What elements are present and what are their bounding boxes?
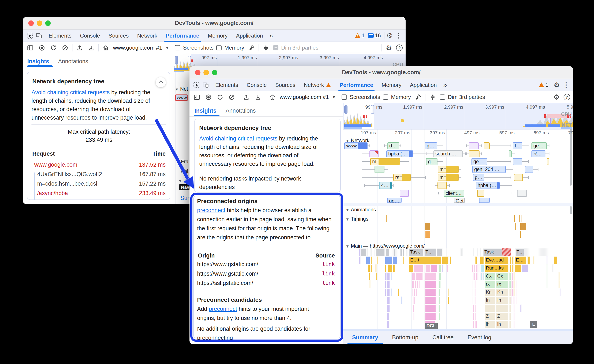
tab-application[interactable]: Application: [406, 79, 441, 91]
target-page-select[interactable]: www.google.com #1▼: [280, 94, 336, 100]
flame-block[interactable]: [413, 305, 414, 312]
flame-block[interactable]: [450, 256, 451, 264]
request-row[interactable]: m=cdos,hsm...bee,d,csi157.22 ms: [27, 181, 171, 188]
flame-block[interactable]: [439, 265, 441, 272]
kebab-menu-icon[interactable]: ⋮: [562, 81, 571, 89]
home-icon[interactable]: [101, 43, 110, 52]
flame-block[interactable]: [560, 288, 561, 296]
flame-block[interactable]: Eve…ad: [485, 256, 508, 264]
more-tabs-button[interactable]: »: [441, 81, 449, 89]
overview-drag-handle[interactable]: [344, 105, 347, 114]
preconnect-link[interactable]: preconnect: [197, 207, 225, 214]
flame-block[interactable]: [371, 256, 372, 264]
flame-block[interactable]: [473, 312, 474, 320]
flame-block[interactable]: [559, 280, 560, 288]
record-icon[interactable]: [37, 43, 46, 52]
network-request-box[interactable]: ge…: [532, 142, 547, 149]
flame-block[interactable]: [401, 297, 402, 304]
flame-block[interactable]: [393, 265, 395, 272]
flame-block[interactable]: [509, 273, 511, 280]
flame-block[interactable]: [414, 265, 423, 272]
flame-block[interactable]: [475, 305, 476, 312]
network-request-box[interactable]: g…: [426, 158, 438, 165]
flame-block[interactable]: [425, 273, 436, 280]
overview-drag-handle[interactable]: [175, 56, 178, 65]
flame-block[interactable]: [439, 273, 441, 280]
network-track-label[interactable]: ▼Net: [175, 86, 188, 92]
network-request-box[interactable]: [525, 166, 533, 173]
flame-block[interactable]: [387, 312, 389, 320]
flame-block[interactable]: Z: [485, 312, 495, 320]
tab-annotations[interactable]: Annotations: [226, 108, 256, 114]
flame-block[interactable]: [368, 265, 370, 272]
bottom-tab-event-log[interactable]: Event log: [466, 331, 493, 344]
flame-block[interactable]: [474, 265, 475, 272]
gc-brush-icon[interactable]: [247, 43, 256, 52]
request-row[interactable]: www.google.com137.52 ms: [27, 162, 171, 169]
memory-checkbox[interactable]: [383, 94, 388, 100]
flame-block[interactable]: [439, 305, 440, 312]
tab-network[interactable]: Network: [133, 30, 161, 42]
timing-bar[interactable]: [520, 215, 520, 222]
flame-block[interactable]: [417, 280, 418, 288]
network-request-box[interactable]: rs=…: [393, 174, 411, 181]
bottom-tab-call-tree[interactable]: Call tree: [431, 331, 455, 344]
tab-annotations[interactable]: Annotations: [58, 58, 88, 65]
flame-block[interactable]: [512, 280, 513, 288]
timing-bar[interactable]: [425, 223, 430, 230]
inspect-icon[interactable]: [192, 81, 201, 89]
flame-block[interactable]: [409, 265, 413, 272]
flame-block[interactable]: [412, 280, 414, 288]
flame-block[interactable]: [552, 265, 554, 272]
tab-sources[interactable]: Sources: [271, 79, 299, 91]
dim-3rd-parties-checkbox[interactable]: [440, 94, 445, 100]
animations-track-header[interactable]: ▼Animations: [346, 207, 376, 213]
flame-block[interactable]: In: [485, 297, 495, 304]
request-row[interactable]: /async/hpba233.49 ms: [27, 190, 171, 197]
device-toolbar-icon[interactable]: [201, 81, 210, 89]
flame-block[interactable]: Cx: [485, 273, 495, 280]
flame-block[interactable]: [391, 273, 392, 280]
home-icon[interactable]: [268, 93, 277, 102]
flame-block[interactable]: E…t: [409, 256, 441, 264]
network-request-box[interactable]: l…: [513, 142, 522, 149]
flame-block[interactable]: [412, 297, 414, 304]
flame-block[interactable]: [387, 280, 390, 288]
network-request-box[interactable]: [513, 158, 522, 165]
network-request-box[interactable]: [400, 190, 409, 197]
flame-block[interactable]: [439, 288, 440, 296]
timing-bar[interactable]: [520, 223, 526, 230]
preconnect-link[interactable]: preconnect: [209, 306, 237, 312]
tab-elements[interactable]: Elements: [45, 30, 75, 42]
tab-performance[interactable]: Performance: [336, 79, 377, 91]
tab-memory[interactable]: Memory: [204, 30, 232, 42]
flame-block[interactable]: [439, 312, 440, 320]
flame-block[interactable]: [547, 256, 547, 264]
reload-icon[interactable]: [216, 93, 224, 102]
flame-block[interactable]: [475, 321, 476, 328]
flame-block[interactable]: Kn: [485, 288, 495, 296]
network-overflow-dots[interactable]: …: [452, 201, 461, 208]
screenshots-checkbox[interactable]: [175, 45, 180, 50]
minimize-window-button[interactable]: [37, 20, 42, 26]
network-request-box[interactable]: [479, 198, 490, 203]
flame-block[interactable]: rx: [496, 280, 508, 288]
bottom-tab-summary[interactable]: Summary: [351, 331, 380, 344]
network-request-box[interactable]: [514, 174, 523, 181]
avoid-chaining-link[interactable]: Avoid chaining critical requests: [199, 135, 277, 142]
flame-block[interactable]: [559, 273, 560, 280]
help-icon[interactable]: ?: [396, 45, 403, 51]
flame-block[interactable]: Cx: [496, 273, 508, 280]
zoom-window-button[interactable]: [212, 70, 217, 75]
flame-block[interactable]: [376, 273, 377, 280]
settings-gear-icon[interactable]: ⚙: [552, 81, 561, 89]
flame-block[interactable]: [509, 305, 511, 312]
clear-icon[interactable]: [61, 43, 69, 52]
flame-block[interactable]: [385, 288, 386, 296]
upload-profile-icon[interactable]: [75, 43, 84, 52]
network-request-box[interactable]: gen_204 …: [472, 166, 506, 173]
flame-block[interactable]: T…: [424, 248, 436, 256]
flame-block[interactable]: rx: [485, 280, 495, 288]
flame-block[interactable]: [359, 256, 361, 264]
timings-track-label[interactable]: ▼T...: [178, 178, 190, 183]
